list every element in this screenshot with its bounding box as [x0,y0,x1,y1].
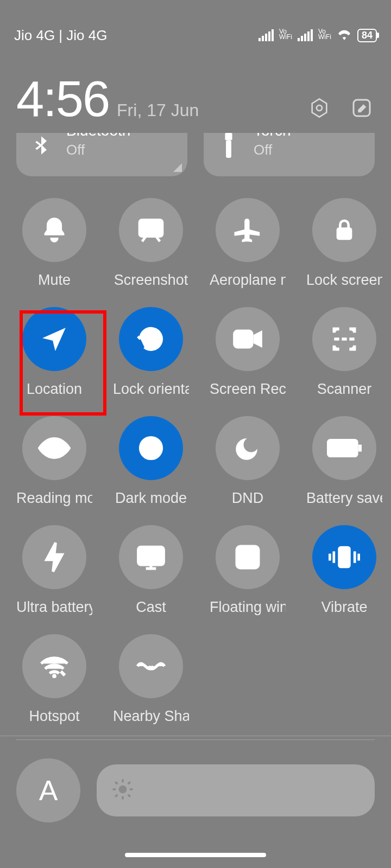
big-tile-row: Bluetooth Off Torch Off [0,133,391,176]
signal-bars-icon [298,29,313,41]
tile-battsaver[interactable]: Battery saver [306,416,382,507]
tile-nearby[interactable]: Nearby Share [113,634,189,725]
tile-label: Location [27,381,82,398]
batteryplus-icon[interactable] [312,416,376,480]
tile-lockorient[interactable]: Lock orientation [113,307,189,398]
svg-rect-20 [338,547,350,567]
svg-point-25 [52,674,56,678]
tile-hotspot[interactable]: Hotspot [16,634,92,725]
airplane-icon[interactable] [216,198,280,262]
bluetooth-sub: Off [66,142,130,158]
svg-rect-16 [138,547,164,565]
tile-screenrec[interactable]: Screen Recorder [210,307,286,398]
cast-icon[interactable] [119,525,183,589]
tile-label: Floating windows [210,599,286,616]
tile-label: Cast [136,599,166,616]
brightness-row: A [0,740,391,822]
tile-floating[interactable]: Floating windows [210,525,286,616]
torch-title: Torch [254,133,291,139]
svg-rect-4 [226,140,231,158]
clock-time: 4:56 [16,71,109,127]
tile-label: DND [232,490,264,507]
videocam-icon[interactable] [216,307,280,371]
vibrate-icon[interactable] [312,525,376,589]
brightness-slider[interactable] [97,764,375,816]
tile-reading[interactable]: Reading mode [16,416,92,507]
settings-button[interactable] [306,95,332,121]
svg-rect-10 [234,330,253,348]
svg-line-33 [115,795,117,797]
tile-darkmode[interactable]: Dark mode [113,416,189,507]
bell-icon[interactable] [22,198,86,262]
tile-label: Aeroplane mode [210,272,286,289]
location-icon[interactable] [22,307,86,371]
auto-brightness-button[interactable]: A [16,758,80,822]
tile-location[interactable]: Location [16,307,92,398]
moon-icon[interactable] [216,416,280,480]
tile-scanner[interactable]: Scanner [306,307,382,398]
tile-screenshot[interactable]: Screenshot [113,198,189,289]
svg-line-31 [115,782,117,784]
tile-label: Scanner [317,381,372,398]
screenshot-icon[interactable] [119,198,183,262]
darkmode-icon[interactable] [119,416,183,480]
edit-button[interactable] [349,95,375,121]
bluetooth-icon [28,133,54,158]
tile-lockscreen[interactable]: Lock screen [306,198,382,289]
battery-text: 84 [362,30,373,41]
svg-rect-3 [225,133,232,140]
tile-cast[interactable]: Cast [113,525,189,616]
torch-icon [216,133,242,158]
tile-label: Vibrate [321,599,367,616]
clock-date: Fri, 17 Jun [117,100,199,120]
svg-rect-8 [337,228,352,239]
orientlock-icon[interactable] [119,307,183,371]
tile-aeroplane[interactable]: Aeroplane mode [210,198,286,289]
tile-ultrabatt[interactable]: Ultra battery [16,525,92,616]
tile-label: Lock screen [306,272,382,289]
scanner-icon[interactable] [312,307,376,371]
bolt-icon[interactable] [22,525,86,589]
battery-indicator: 84 [357,29,377,42]
status-indicators: Vo WiFi Vo WiFi 84 [258,27,377,44]
bluetooth-tile[interactable]: Bluetooth Off [16,133,187,176]
tile-label: Nearby Share [113,708,189,725]
tile-label: Screen Recorder [210,381,286,398]
floating-icon[interactable] [216,525,280,589]
torch-tile[interactable]: Torch Off [204,133,375,176]
gesture-bar[interactable] [125,853,266,857]
svg-marker-0 [312,99,327,117]
svg-line-32 [128,795,130,797]
svg-point-26 [119,786,127,794]
expand-icon[interactable] [173,163,182,172]
auto-brightness-label: A [39,774,58,807]
tile-dnd[interactable]: DND [210,416,286,507]
bluetooth-title: Bluetooth [66,133,130,139]
svg-point-7 [154,231,157,234]
tile-vibrate[interactable]: Vibrate [306,525,382,616]
wifi-icon [337,27,352,44]
svg-rect-15 [358,445,362,452]
tile-label: Mute [38,272,71,289]
tile-label: Hotspot [29,708,79,725]
carrier-text: Jio 4G | Jio 4G [14,27,108,44]
status-bar: Jio 4G | Jio 4G Vo WiFi Vo WiFi 84 [0,0,391,71]
tile-label: Lock orientation [113,381,189,398]
svg-point-6 [146,231,148,234]
hotspot-icon[interactable] [22,634,86,698]
signal-bars-icon [258,29,274,41]
eye-icon[interactable] [22,416,86,480]
svg-rect-5 [140,220,162,236]
vowifi-icon: Vo WiFi [279,29,292,40]
quick-settings-grid: MuteScreenshotAeroplane modeLock screenL… [0,176,391,736]
vowifi-icon: Vo WiFi [318,29,331,40]
svg-line-34 [128,782,130,784]
nearby-icon[interactable] [119,634,183,698]
lock-icon[interactable] [312,198,376,262]
torch-sub: Off [254,142,291,158]
tile-mute[interactable]: Mute [16,198,92,289]
tile-label: Screenshot [114,272,188,289]
tile-label: Reading mode [16,490,92,507]
svg-rect-9 [148,338,154,344]
clock-row: 4:56 Fri, 17 Jun [0,71,391,133]
